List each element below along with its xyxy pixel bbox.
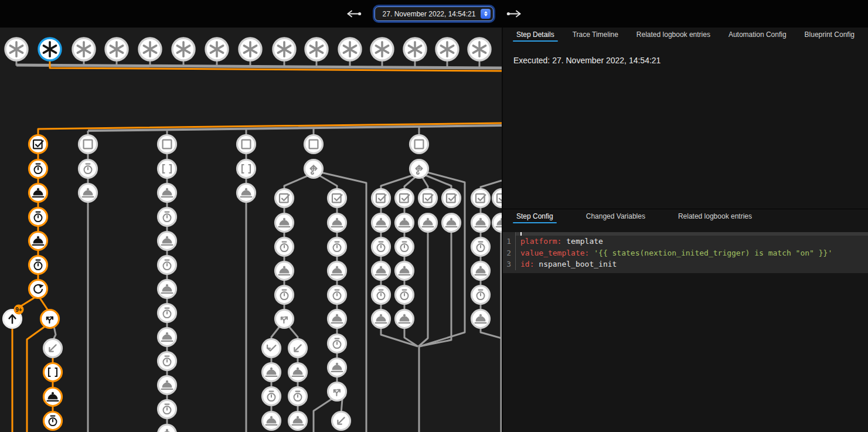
- timer-node[interactable]: [396, 286, 414, 304]
- timer-node[interactable]: [328, 238, 346, 256]
- service-call-node[interactable]: [29, 184, 47, 202]
- service-call-node[interactable]: [158, 280, 176, 298]
- service-call-node[interactable]: [263, 363, 281, 382]
- timer-node[interactable]: [158, 352, 176, 370]
- service-call-node[interactable]: [328, 310, 346, 328]
- timer-node[interactable]: [158, 256, 176, 274]
- timer-node[interactable]: [263, 387, 281, 406]
- service-call-node[interactable]: [29, 232, 47, 250]
- run-date-select[interactable]: 27. November 2022, 14:54:21: [375, 6, 494, 21]
- timer-node[interactable]: [472, 286, 490, 304]
- brackets-node[interactable]: [237, 160, 256, 178]
- service-call-node[interactable]: [158, 328, 176, 346]
- service-call-node[interactable]: [289, 363, 307, 382]
- check-arrow-node[interactable]: [263, 339, 281, 358]
- service-call-node[interactable]: [493, 214, 502, 232]
- service-call-node[interactable]: [263, 412, 281, 430]
- asterisk-node[interactable]: [339, 38, 361, 60]
- asterisk-node[interactable]: [105, 38, 128, 60]
- code-line[interactable]: 1platform: template: [503, 236, 868, 247]
- timer-node[interactable]: [372, 238, 390, 256]
- choose-node[interactable]: [410, 160, 428, 178]
- arrow-bottom-left-node[interactable]: [44, 339, 62, 358]
- timer-node[interactable]: [289, 387, 307, 406]
- service-call-node[interactable]: [372, 262, 390, 280]
- service-call-node[interactable]: [158, 232, 176, 250]
- asterisk-node[interactable]: [206, 38, 228, 60]
- timer-node[interactable]: [158, 400, 176, 419]
- timer-node[interactable]: [158, 208, 176, 226]
- service-call-node[interactable]: [158, 425, 176, 432]
- timer-node[interactable]: [79, 160, 97, 178]
- service-call-node[interactable]: [396, 214, 414, 232]
- timer-node[interactable]: [328, 286, 346, 304]
- service-call-node[interactable]: [472, 262, 490, 280]
- tab-blueprint-config[interactable]: Blueprint Config: [801, 28, 858, 44]
- service-call-node[interactable]: [328, 262, 346, 280]
- fork-node[interactable]: [275, 310, 294, 328]
- service-call-node[interactable]: [442, 214, 461, 232]
- arrow-bottom-left-node[interactable]: [289, 339, 307, 358]
- asterisk-node[interactable]: [139, 38, 161, 60]
- asterisk-node[interactable]: [468, 38, 491, 60]
- timer-node[interactable]: [44, 412, 62, 430]
- timer-node[interactable]: [29, 208, 47, 226]
- service-call-node[interactable]: [472, 214, 490, 232]
- asterisk-node[interactable]: [39, 38, 61, 60]
- service-call-node[interactable]: [396, 310, 414, 328]
- square-node[interactable]: [305, 135, 323, 154]
- checkbox-node[interactable]: [372, 189, 390, 208]
- arrow-bottom-left-node[interactable]: [332, 412, 350, 430]
- square-node[interactable]: [158, 135, 176, 154]
- asterisk-node[interactable]: [73, 38, 95, 60]
- service-call-node[interactable]: [472, 310, 490, 328]
- asterisk-node[interactable]: [239, 38, 261, 60]
- checkbox-node[interactable]: [472, 189, 490, 208]
- timer-node[interactable]: [472, 238, 490, 256]
- service-call-node[interactable]: [289, 412, 307, 430]
- checkbox-node[interactable]: [493, 189, 502, 208]
- next-run-button[interactable]: [504, 8, 524, 20]
- service-call-node[interactable]: [372, 310, 390, 328]
- yaml-code-editor[interactable]: 1platform: template2value_template: '{{ …: [503, 232, 868, 273]
- service-call-node[interactable]: [44, 388, 62, 406]
- tab-automation-config[interactable]: Automation Config: [725, 28, 790, 44]
- tab-related-logbook-entries[interactable]: Related logbook entries: [675, 209, 755, 226]
- timer-node[interactable]: [328, 335, 346, 353]
- trace-graph[interactable]: 9+: [0, 28, 502, 432]
- tab-related-logbook-entries[interactable]: Related logbook entries: [633, 28, 714, 44]
- repeat-node[interactable]: [29, 280, 47, 298]
- timer-node[interactable]: [396, 238, 414, 256]
- service-call-node[interactable]: [275, 262, 294, 280]
- tab-step-details[interactable]: Step Details: [513, 28, 558, 44]
- timer-node[interactable]: [29, 256, 47, 274]
- tab-changed-variables[interactable]: Changed Variables: [583, 209, 649, 226]
- fork-node[interactable]: [41, 310, 59, 328]
- service-call-node[interactable]: [372, 214, 390, 232]
- code-line[interactable]: 3id: nspanel_boot_init: [503, 258, 868, 270]
- square-node[interactable]: [410, 135, 428, 154]
- timer-node[interactable]: [158, 304, 176, 322]
- checkbox-node[interactable]: [29, 135, 47, 154]
- timer-node[interactable]: [29, 160, 47, 178]
- square-node[interactable]: [237, 135, 256, 154]
- service-call-node[interactable]: [79, 184, 97, 202]
- tab-trace-timeline[interactable]: Trace Timeline: [569, 28, 622, 44]
- service-call-node[interactable]: [158, 376, 176, 394]
- choose-node[interactable]: [305, 160, 323, 178]
- square-node[interactable]: [79, 135, 97, 154]
- service-call-node[interactable]: [237, 184, 256, 202]
- asterisk-node[interactable]: [371, 38, 393, 60]
- service-call-node[interactable]: [396, 262, 414, 280]
- previous-run-button[interactable]: [344, 8, 364, 20]
- brackets-node[interactable]: [158, 160, 176, 178]
- asterisk-node[interactable]: [273, 38, 295, 60]
- service-call-node[interactable]: [419, 214, 437, 232]
- service-call-node[interactable]: [328, 359, 346, 377]
- checkbox-node[interactable]: [328, 189, 346, 208]
- timer-node[interactable]: [372, 286, 390, 304]
- timer-node[interactable]: [275, 286, 294, 304]
- checkbox-node[interactable]: [396, 189, 414, 208]
- code-line[interactable]: 2value_template: '{{ states(nextion_init…: [503, 247, 868, 259]
- asterisk-node[interactable]: [5, 38, 28, 60]
